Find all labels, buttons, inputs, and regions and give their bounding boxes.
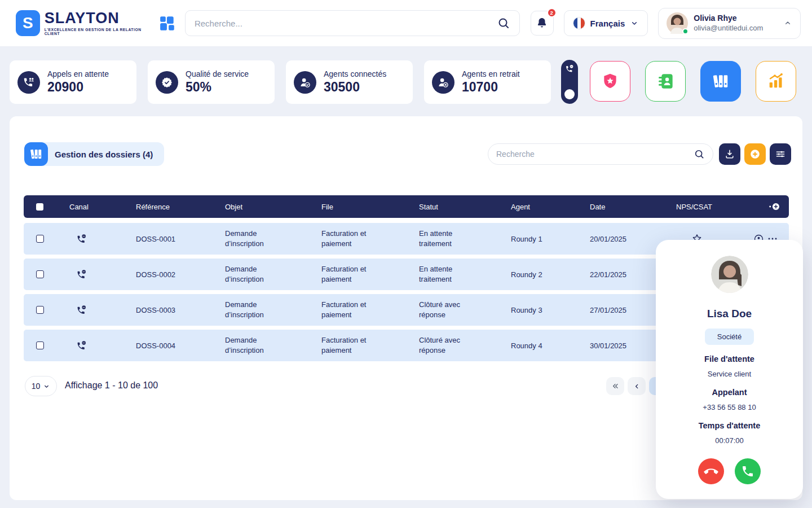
phone-down-icon: [704, 464, 718, 479]
page-size-select[interactable]: 10: [25, 376, 57, 396]
cell-agent: Roundy 4: [511, 341, 590, 350]
phone-channel-icon: [69, 340, 136, 351]
apps-grid-icon[interactable]: [159, 15, 176, 32]
stat-label: Appels en attente: [47, 69, 109, 78]
accept-call-button[interactable]: [735, 458, 761, 484]
row-checkbox[interactable]: [24, 341, 69, 349]
panel-title-pill: Gestion des dossiers (4): [24, 142, 164, 166]
avatar: [667, 12, 688, 34]
cell-reference: DOSS-0004: [136, 341, 225, 350]
cell-agent: Roundy 1: [511, 235, 590, 243]
phone-channel-icon: [69, 269, 136, 280]
user-name: Olivia Rhye: [694, 14, 763, 24]
table-search-input[interactable]: [496, 150, 694, 159]
wait-time-label: Temps d'attente: [699, 421, 761, 430]
row-checkbox[interactable]: [24, 235, 69, 243]
stat-card-agents-away: Agents en retrait 10700: [424, 60, 551, 104]
export-button[interactable]: [719, 143, 740, 165]
chevron-up-icon: [783, 19, 792, 28]
row-checkbox[interactable]: [24, 306, 69, 314]
column-date[interactable]: Date: [590, 203, 676, 211]
cell-file: Facturation et paiement: [321, 300, 378, 319]
pagination-summary: Affichage 1 - 10 de 100: [65, 380, 158, 391]
add-case-button[interactable]: [744, 143, 766, 165]
previous-page-button[interactable]: [628, 377, 646, 395]
statistics-button[interactable]: [756, 61, 796, 102]
stat-value: 20900: [47, 80, 109, 95]
phone-icon: [741, 465, 754, 478]
plus-circle-icon: [749, 148, 761, 160]
stat-value: 50%: [186, 80, 249, 95]
search-icon[interactable]: [694, 148, 705, 160]
brand-name: SLAYTON: [45, 11, 150, 26]
case-files-button-active[interactable]: [700, 61, 741, 102]
brand-tagline: L'EXCELLENCE EN GESTION DE LA RELATION C…: [45, 28, 150, 36]
filter-button[interactable]: [770, 143, 791, 165]
search-icon[interactable]: [497, 16, 510, 30]
binders-icon-small: [24, 142, 48, 166]
caller-type-badge: Société: [705, 329, 754, 345]
cell-reference: DOSS-0003: [136, 306, 225, 314]
phone-queue-icon: [17, 71, 40, 94]
caller-number: +33 56 55 88 10: [703, 403, 756, 411]
select-all-checkbox[interactable]: [24, 203, 69, 211]
caller-label: Appelant: [712, 388, 747, 397]
quality-shield-button[interactable]: [590, 61, 630, 102]
bell-icon: [535, 16, 549, 30]
notifications-button[interactable]: 2: [531, 11, 554, 36]
cell-statut: Clôturé avec réponse: [419, 300, 471, 319]
profile-menu[interactable]: Olivia Rhye olivia@untitledui.com: [658, 8, 801, 39]
cell-objet: Demande d’inscription: [225, 335, 284, 355]
add-column-icon[interactable]: [768, 201, 789, 212]
cell-file: Facturation et paiement: [321, 335, 378, 355]
decline-call-button[interactable]: [698, 458, 724, 484]
cell-reference: DOSS-0001: [136, 235, 225, 243]
toggle-knob: [564, 89, 575, 99]
column-nps-csat[interactable]: NPS/CSAT: [676, 203, 768, 211]
caller-avatar: [711, 256, 748, 293]
cell-statut: Clôturé avec réponse: [419, 335, 471, 355]
chevron-down-icon: [630, 19, 639, 28]
queue-value: Service client: [708, 370, 751, 378]
table-search: [488, 143, 713, 165]
column-statut[interactable]: Statut: [419, 203, 511, 211]
column-canal[interactable]: Canal: [69, 203, 136, 211]
cell-objet: Demande d’inscription: [225, 229, 284, 248]
language-selector[interactable]: Français: [564, 10, 648, 36]
call-availability-toggle[interactable]: [561, 60, 578, 104]
wait-time-value: 00:07:00: [715, 436, 744, 445]
column-file[interactable]: File: [321, 203, 419, 211]
stat-value: 30500: [324, 80, 386, 95]
cell-file: Facturation et paiement: [321, 229, 378, 248]
stat-card-service-quality: Qualité de service 50%: [148, 60, 275, 104]
stat-label: Qualité de service: [186, 69, 249, 78]
slayton-logo-icon: S: [16, 10, 40, 36]
french-flag-icon: [573, 17, 585, 29]
row-checkbox[interactable]: [24, 270, 69, 278]
cell-statut: En attente traitement: [419, 229, 471, 248]
global-search-input[interactable]: [195, 19, 497, 28]
global-search: [185, 10, 520, 36]
caller-name: Lisa Doe: [707, 308, 752, 320]
cell-statut: En attente traitement: [419, 264, 471, 284]
quality-badge-icon: [156, 71, 178, 94]
cell-objet: Demande d’inscription: [225, 300, 284, 319]
cell-agent: Roundy 3: [511, 306, 590, 314]
phone-channel-icon: [69, 234, 136, 244]
double-chevron-left-icon: [611, 382, 620, 391]
contacts-button[interactable]: [645, 61, 686, 102]
first-page-button[interactable]: [606, 377, 624, 395]
stat-label: Agents connectés: [324, 69, 386, 78]
queue-label: File d'attente: [704, 354, 754, 364]
column-agent[interactable]: Agent: [511, 203, 590, 211]
user-email: olivia@untitledui.com: [694, 24, 763, 33]
table-header: Canal Référence Objet File Statut Agent …: [24, 195, 789, 218]
agent-away-icon: [432, 71, 454, 94]
stat-value: 10700: [462, 80, 520, 95]
phone-chat-icon: [565, 64, 574, 73]
cell-file: Facturation et paiement: [321, 264, 378, 284]
column-objet[interactable]: Objet: [225, 203, 321, 211]
cell-reference: DOSS-0002: [136, 270, 225, 279]
stat-card-agents-online: Agents connectés 30500: [286, 60, 413, 104]
column-reference[interactable]: Référence: [136, 203, 225, 211]
